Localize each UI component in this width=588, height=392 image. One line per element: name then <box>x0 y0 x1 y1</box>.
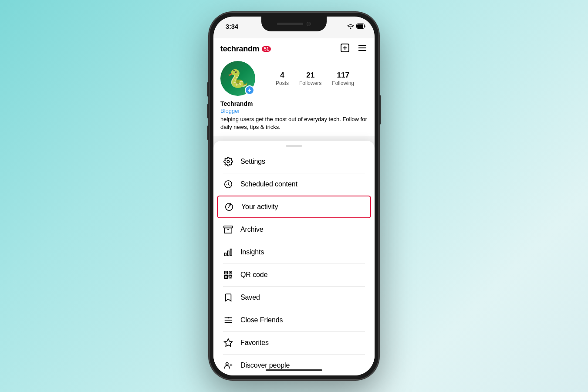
posts-stat[interactable]: 4 Posts <box>276 71 289 86</box>
qr-icon <box>223 270 233 280</box>
menu-item-insights[interactable]: Insights <box>213 241 375 264</box>
saved-label: Saved <box>240 294 260 301</box>
add-story-button[interactable]: + <box>245 85 254 95</box>
menu-item-activity[interactable]: Your activity <box>217 196 371 218</box>
bottom-sheet: Settings Scheduled content <box>213 141 375 375</box>
svg-rect-16 <box>227 251 229 256</box>
avatar-emoji: 🐍 <box>227 68 249 89</box>
svg-rect-23 <box>226 277 227 278</box>
svg-rect-19 <box>226 272 227 274</box>
svg-point-8 <box>227 160 230 163</box>
wifi-icon <box>347 23 354 30</box>
activity-label: Your activity <box>241 203 278 211</box>
menu-item-saved[interactable]: Saved <box>213 286 375 309</box>
scheduled-label: Scheduled content <box>240 180 297 188</box>
sheet-handle <box>286 145 302 147</box>
insights-icon <box>223 247 233 257</box>
posts-count: 4 <box>276 71 289 80</box>
svg-point-35 <box>227 317 229 319</box>
bio-name: Techrandm <box>220 100 368 107</box>
phone-screen: 3:34 <box>213 17 375 375</box>
settings-icon <box>223 156 233 167</box>
front-camera <box>307 22 311 26</box>
svg-marker-36 <box>224 339 232 346</box>
profile-info-row: 🐍 + 4 Posts 21 Followers 117 Foll <box>220 61 368 96</box>
menu-item-archive[interactable]: Archive <box>213 218 375 241</box>
archive-icon <box>223 224 233 235</box>
menu-item-scheduled[interactable]: Scheduled content <box>213 173 375 196</box>
favorites-icon <box>223 338 233 348</box>
header-icons <box>340 43 368 55</box>
clock-icon <box>223 179 233 189</box>
settings-label: Settings <box>240 158 265 166</box>
battery-icon <box>356 23 366 30</box>
svg-rect-15 <box>225 253 226 256</box>
svg-rect-21 <box>230 272 231 274</box>
svg-rect-1 <box>357 24 363 28</box>
menu-list: Settings Scheduled content <box>213 150 375 375</box>
menu-item-settings[interactable]: Settings <box>213 150 375 173</box>
following-stat[interactable]: 117 Following <box>332 71 354 86</box>
avatar-container: 🐍 + <box>220 61 255 96</box>
notification-badge: 51 <box>262 46 271 52</box>
menu-item-closefriends[interactable]: Close Friends <box>213 309 375 331</box>
activity-icon <box>224 202 234 212</box>
bio-role: Blogger <box>220 108 368 114</box>
qrcode-label: QR code <box>240 271 267 279</box>
svg-rect-17 <box>230 249 232 256</box>
phone-shell: 3:34 <box>209 12 379 380</box>
status-icons <box>347 23 366 30</box>
insights-label: Insights <box>240 248 264 256</box>
username[interactable]: techrandm <box>220 44 259 54</box>
svg-rect-13 <box>224 226 233 228</box>
followers-label: Followers <box>299 80 321 86</box>
menu-item-qrcode[interactable]: QR code <box>213 264 375 286</box>
discover-label: Discover people <box>240 362 290 369</box>
stats-row: 4 Posts 21 Followers 117 Following <box>262 71 368 86</box>
hamburger-menu-icon[interactable] <box>357 43 368 55</box>
svg-point-37 <box>226 363 229 365</box>
discover-icon <box>223 360 233 371</box>
saved-icon <box>223 292 233 303</box>
followers-count: 21 <box>299 71 321 80</box>
status-time: 3:34 <box>226 23 238 30</box>
followers-stat[interactable]: 21 Followers <box>299 71 321 86</box>
menu-item-favorites[interactable]: Favorites <box>213 331 375 354</box>
posts-label: Posts <box>276 80 289 86</box>
closefriends-icon <box>223 315 233 325</box>
following-label: Following <box>332 80 354 86</box>
profile-header: techrandm 51 <box>220 43 368 55</box>
username-row: techrandm 51 <box>220 44 271 54</box>
speaker <box>277 23 303 25</box>
bio-section: Techrandm Blogger helping users get the … <box>220 100 368 131</box>
menu-item-discover[interactable]: Discover people <box>213 354 375 375</box>
following-count: 117 <box>332 71 354 80</box>
profile-area: techrandm 51 <box>213 38 375 136</box>
closefriends-label: Close Friends <box>240 316 283 324</box>
bio-text: helping users get the most out of everyd… <box>220 115 368 131</box>
home-indicator <box>266 369 322 371</box>
archive-label: Archive <box>240 226 264 233</box>
favorites-label: Favorites <box>240 339 269 347</box>
add-content-icon[interactable] <box>340 43 350 55</box>
notch <box>261 17 327 31</box>
